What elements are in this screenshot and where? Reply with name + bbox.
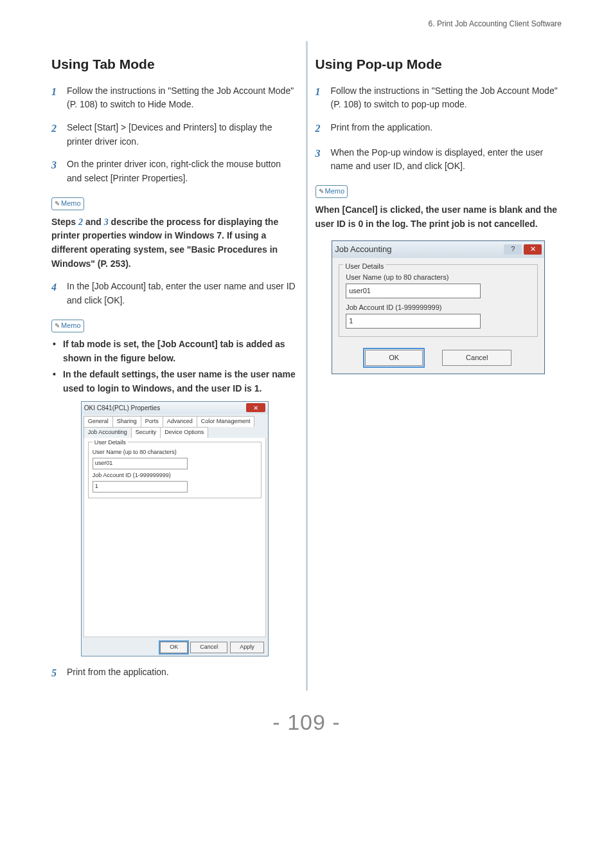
left-step-3: 3 On the printer driver icon, right-clic…	[51, 158, 298, 185]
step-text: Select [Start] > [Devices and Printers] …	[67, 121, 298, 149]
ok-button[interactable]: OK	[160, 642, 188, 653]
step-number: 2	[315, 121, 324, 137]
tab-advanced[interactable]: Advanced	[163, 416, 197, 427]
left-step-4: 4 In the [Job Account] tab, enter the us…	[51, 280, 298, 307]
right-column: Using Pop-up Mode 1 Follow the instructi…	[315, 41, 562, 691]
jobid-input[interactable]: 1	[346, 314, 481, 329]
step-text: Follow the instructions in "Setting the …	[331, 84, 562, 112]
tab-sharing[interactable]: Sharing	[112, 416, 141, 427]
close-icon[interactable]: ✕	[524, 244, 542, 255]
tabs-row-2: Job Accounting Security Device Options	[84, 427, 266, 438]
fieldset-legend: User Details	[93, 439, 128, 448]
right-heading: Using Pop-up Mode	[315, 54, 562, 75]
tab-color-management[interactable]: Color Management	[197, 416, 255, 427]
right-step-3: 3 When the Pop-up window is displayed, e…	[315, 146, 562, 174]
step-text: In the [Job Account] tab, enter the user…	[67, 280, 298, 307]
step-number: 3	[315, 146, 324, 174]
step-text: When the Pop-up window is displayed, ent…	[331, 146, 562, 174]
properties-dialog-screenshot: OKI C841(PCL) Properties ✕ General Shari…	[81, 401, 269, 656]
apply-button[interactable]: Apply	[230, 642, 264, 653]
left-memo-bullets: If tab mode is set, the [Job Account] ta…	[51, 338, 298, 396]
step-text: Follow the instructions in "Setting the …	[67, 84, 298, 112]
tab-ports[interactable]: Ports	[141, 416, 163, 427]
step-number: 3	[51, 158, 60, 185]
content-columns: Using Tab Mode 1 Follow the instructions…	[51, 41, 562, 691]
username-input[interactable]: user01	[346, 284, 481, 298]
tab-job-accounting[interactable]: Job Accounting	[84, 427, 132, 438]
dialog-body: User Details User Name (up to 80 charact…	[84, 438, 266, 637]
column-divider	[306, 41, 308, 691]
fieldset-legend: User Details	[343, 261, 386, 272]
memo-badge: Memo	[51, 197, 84, 210]
dialog-button-row: OK Cancel Apply	[82, 639, 268, 656]
left-step-1: 1 Follow the instructions in "Setting th…	[51, 84, 298, 112]
right-step-1: 1 Follow the instructions in "Setting th…	[315, 84, 562, 112]
dialog-title: OKI C841(PCL) Properties	[84, 403, 160, 413]
jobid-label: Job Account ID (1-999999999)	[93, 471, 257, 480]
left-memo-1: Steps 2 and 3 describe the process for d…	[51, 215, 298, 271]
step-text: On the printer driver icon, right-click …	[67, 158, 298, 185]
left-step-2: 2 Select [Start] > [Devices and Printers…	[51, 121, 298, 149]
running-header: 6. Print Job Accounting Client Software	[51, 19, 562, 28]
tab-general[interactable]: General	[84, 416, 113, 427]
step-number: 4	[51, 280, 60, 307]
right-step-2: 2 Print from the application.	[315, 121, 562, 137]
dialog-title: Job Accounting	[335, 243, 391, 256]
left-step-5: 5 Print from the application.	[51, 665, 298, 682]
left-heading: Using Tab Mode	[51, 54, 298, 75]
user-details-fieldset: User Details User Name (up to 80 charact…	[88, 442, 262, 498]
page-number: - 109 -	[51, 710, 562, 735]
bullet-item: In the default settings, the user name i…	[51, 368, 298, 395]
jobid-label: Job Account ID (1-999999999)	[346, 302, 531, 313]
jobid-input[interactable]: 1	[93, 481, 188, 493]
dialog-button-row: OK Cancel	[332, 348, 544, 374]
cancel-button[interactable]: Cancel	[190, 642, 227, 653]
page: 6. Print Job Accounting Client Software …	[0, 0, 613, 748]
tabs-row-1: General Sharing Ports Advanced Color Man…	[84, 416, 266, 427]
step-number: 2	[51, 121, 60, 149]
close-icon[interactable]: ✕	[246, 403, 265, 412]
bullet-item: If tab mode is set, the [Job Account] ta…	[51, 338, 298, 365]
step-number: 1	[51, 84, 60, 112]
cancel-button[interactable]: Cancel	[442, 350, 511, 366]
tab-device-options[interactable]: Device Options	[160, 427, 208, 438]
memo-badge: Memo	[315, 185, 348, 198]
tab-security[interactable]: Security	[131, 427, 161, 438]
memo-badge: Memo	[51, 320, 84, 332]
help-icon[interactable]: ?	[504, 244, 522, 255]
left-column: Using Tab Mode 1 Follow the instructions…	[51, 41, 298, 691]
username-label: User Name (up to 80 characters)	[346, 272, 531, 283]
dialog-body: User Details User Name (up to 80 charact…	[332, 258, 544, 348]
step-number: 1	[315, 84, 324, 112]
step-number: 5	[51, 665, 60, 682]
right-memo: When [Cancel] is clicked, the user name …	[315, 203, 562, 231]
ok-button[interactable]: OK	[365, 350, 423, 366]
step-text: Print from the application.	[331, 121, 562, 137]
username-label: User Name (up to 80 characters)	[93, 448, 257, 457]
username-input[interactable]: user01	[93, 458, 188, 469]
dialog-titlebar: OKI C841(PCL) Properties ✕	[82, 402, 268, 415]
popup-dialog-screenshot: Job Accounting ? ✕ User Details User Nam…	[332, 240, 545, 374]
user-details-fieldset: User Details User Name (up to 80 charact…	[339, 264, 538, 337]
step-text: Print from the application.	[67, 665, 298, 682]
dialog-titlebar: Job Accounting ? ✕	[332, 241, 544, 258]
